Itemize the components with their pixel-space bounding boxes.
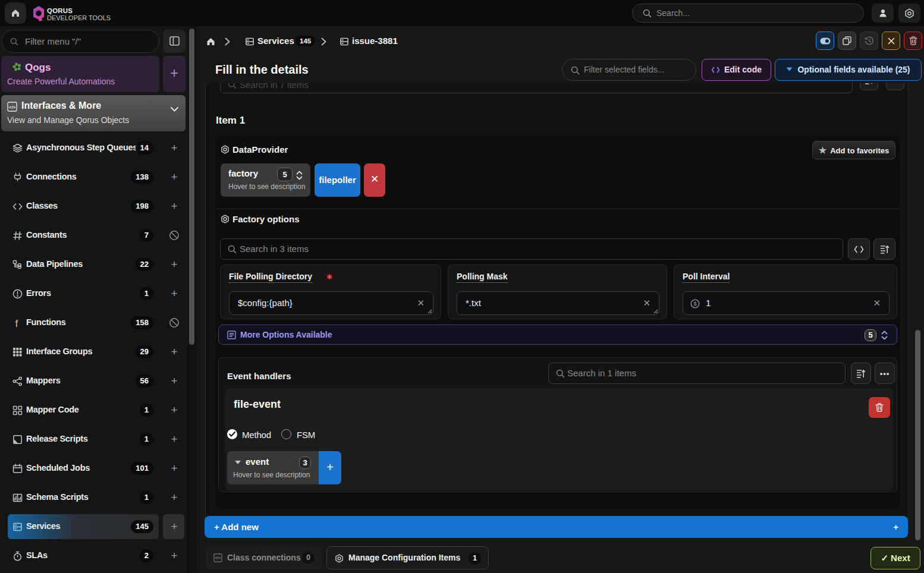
svg-text:f: f — [15, 318, 18, 328]
svg-text:</>: </> — [215, 556, 221, 560]
svg-text:</>: </> — [9, 105, 16, 110]
svg-text:$: $ — [693, 301, 696, 307]
